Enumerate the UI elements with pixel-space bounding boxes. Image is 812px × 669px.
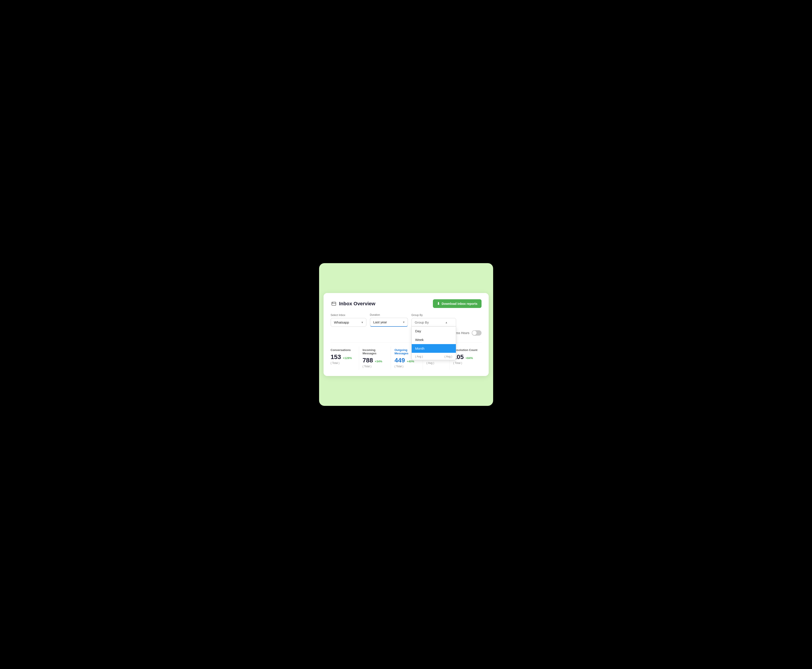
- stat-incoming-label: Incoming Messages: [362, 348, 387, 355]
- inbox-select-group: Select Inbox Whatsapp ▼: [331, 314, 366, 327]
- inbox-overview-card: Inbox Overview ⬇ Download inbox reports …: [323, 293, 489, 376]
- title-wrap: Inbox Overview: [331, 301, 376, 307]
- toggle-knob: [472, 331, 477, 335]
- stat-conversations-value: 153: [331, 353, 341, 361]
- stat-conversations-change: +128%: [343, 356, 352, 360]
- stat-conversations-label: Conversations: [331, 348, 355, 352]
- page-title: Inbox Overview: [339, 301, 376, 307]
- dropdown-item-week[interactable]: Week: [412, 335, 456, 344]
- stat-outgoing-change: +40%: [407, 360, 414, 363]
- duration-label: Duration: [370, 313, 408, 316]
- stat-conversations: Conversations 153 +128% ( Total ): [331, 346, 359, 370]
- group-by-label: Group By: [411, 314, 456, 317]
- duration-select-group: Duration Last year ▼: [370, 313, 408, 327]
- duration-select[interactable]: Last year: [370, 318, 408, 327]
- group-by-arrow-icon: ▲: [445, 321, 448, 324]
- stats-row: Conversations 153 +128% ( Total ) Incomi…: [331, 342, 482, 370]
- duration-select-wrapper: Last year ▼: [370, 318, 408, 327]
- stat-outgoing-sublabel: ( Total ): [394, 365, 419, 368]
- outer-background: Inbox Overview ⬇ Download inbox reports …: [319, 263, 493, 406]
- dropdown-item-day[interactable]: Day: [412, 327, 456, 335]
- group-by-select-trigger[interactable]: Group By ▲: [411, 318, 456, 327]
- stat-resolution-count-value-row: 105 +84%: [453, 353, 478, 361]
- inbox-select-wrapper: Whatsapp ▼: [331, 318, 366, 327]
- stat-incoming-value: 788: [362, 357, 373, 364]
- stat-incoming-sublabel: ( Total ): [362, 365, 387, 368]
- stat-conversations-value-row: 153 +128%: [331, 353, 355, 361]
- stat-resolution-time-sublabel: ( Avg ): [426, 361, 446, 365]
- group-by-placeholder: Group By: [415, 321, 429, 324]
- card-header: Inbox Overview ⬇ Download inbox reports: [331, 299, 482, 308]
- stat-resolution-count-change: +84%: [465, 356, 473, 360]
- inbox-select-label: Select Inbox: [331, 314, 366, 317]
- stat-incoming-value-row: 788 +34%: [362, 357, 387, 364]
- group-by-wrapper: Group By ▲ Day Week Month ( Avg ) ( Avg …: [411, 318, 456, 327]
- dropdown-item-month[interactable]: Month: [412, 344, 456, 353]
- stat-incoming: Incoming Messages 788 +34% ( Total ): [359, 346, 391, 370]
- stat-resolution-count-label: Resolution Count: [453, 348, 478, 352]
- group-by-select-group: Group By Group By ▲ Day Week Month ( Avg…: [411, 314, 456, 327]
- inbox-select[interactable]: Whatsapp: [331, 318, 366, 327]
- avg-label-right: ( Avg ): [445, 355, 452, 358]
- stat-outgoing-value: 449: [394, 357, 405, 364]
- avg-label-left: ( Avg ): [415, 355, 423, 358]
- download-button[interactable]: ⬇ Download inbox reports: [433, 299, 481, 308]
- stat-conversations-sublabel: ( Total ): [331, 361, 355, 365]
- inbox-icon: [331, 301, 337, 307]
- download-icon: ⬇: [437, 301, 440, 306]
- stat-resolution-count-sublabel: ( Total ): [453, 361, 478, 365]
- controls-row: Select Inbox Whatsapp ▼ Duration Last ye…: [331, 313, 482, 336]
- group-by-dropdown: Day Week Month ( Avg ) ( Avg ): [411, 327, 456, 360]
- stat-incoming-change: +34%: [375, 360, 382, 363]
- business-hours-toggle[interactable]: [472, 330, 482, 336]
